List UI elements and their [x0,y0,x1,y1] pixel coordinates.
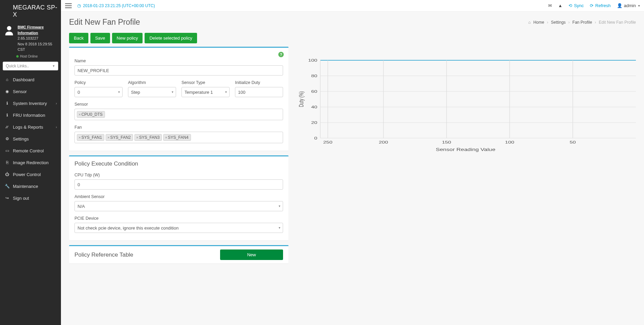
algorithm-label: Algorithm [128,80,176,85]
nav-item-sign-out[interactable]: ↪Sign out [0,192,61,204]
nav-item-power-control[interactable]: ⏻Power Control [0,169,61,180]
nav-label: Sign out [13,196,29,201]
mail-icon[interactable]: ✉ [548,3,552,8]
breadcrumb-settings[interactable]: Settings [551,20,565,25]
action-buttons: Back Save New policy Delete selected pol… [61,27,644,47]
user-avatar-icon [3,24,15,36]
nav-item-sensor[interactable]: ◉Sensor [0,86,61,98]
save-button[interactable]: Save [90,33,110,43]
help-icon[interactable]: ? [278,52,284,57]
reference-table-title: Policy Reference Table [74,252,133,258]
sensor-tags-input[interactable]: ×CPU0_DTS [74,109,283,120]
user-icon: 👤 [617,3,622,8]
sidebar: MEGARAC SP-X BMC Firmware Information 2.… [0,0,61,325]
execute-condition-panel: Policy Execute Condition CPU Tdp (W) Amb… [69,155,288,240]
breadcrumb-fan-profile[interactable]: Fan Profile [573,20,592,25]
svg-text:80: 80 [311,74,317,78]
policy-select[interactable]: 0 [74,87,123,97]
sync-icon: ⟲ [568,3,572,8]
ambient-sensor-label: Ambient Sensor [74,194,283,199]
fan-label: Fan [74,125,283,130]
init-duty-input[interactable] [235,87,283,97]
nav-icon: ▭ [5,148,9,153]
init-duty-label: Initialize Duty [235,80,283,85]
nav-item-remote-control[interactable]: ▭Remote Control [0,145,61,157]
page-title: Edit New Fan Profile [69,18,140,27]
svg-text:150: 150 [442,140,451,145]
nav-label: Image Redirection [13,160,49,165]
nav-icon: ⎘ [5,160,9,165]
home-icon: ⌂ [528,20,531,25]
fan-tag[interactable]: ×SYS_FAN2 [106,134,133,141]
nav-label: Sensor [13,89,27,94]
firmware-info-link[interactable]: BMC Firmware Information [18,24,58,36]
remove-tag-icon[interactable]: × [165,135,167,139]
delete-policy-button[interactable]: Delete selected policy [145,33,197,43]
chart-area: 0 20 40 60 80 100 250 200 150 100 50 Sen… [295,47,636,158]
timestamp: ◷ 2018-01-23 23:21:25 (UTC+00:00 UTC) [77,3,155,8]
chevron-right-icon: › [56,125,57,129]
remove-tag-icon[interactable]: × [136,135,138,139]
user-block: BMC Firmware Information 2.65.103227 Nov… [0,22,61,57]
sensor-type-select[interactable]: Temperature 1 [181,87,230,97]
ambient-sensor-select[interactable]: N/A [74,201,283,211]
fan-tag[interactable]: ×SYS_FAN4 [163,134,191,141]
nav-item-image-redirection[interactable]: ⎘Image Redirection [0,157,61,169]
remove-tag-icon[interactable]: × [79,135,81,139]
nav-icon: ⚙ [5,136,9,141]
chevron-right-icon: › [56,102,57,105]
new-button[interactable]: New [220,250,283,260]
sensor-type-label: Sensor Type [181,80,230,85]
svg-text:20: 20 [311,121,317,125]
nav-icon: ⫻ [5,125,9,129]
chevron-down-icon: ▼ [52,64,55,68]
svg-text:0: 0 [314,136,317,140]
duty-chart: 0 20 40 60 80 100 250 200 150 100 50 Sen… [295,57,636,158]
reference-table-panel: Policy Reference Table New [69,245,288,263]
nav-item-logs-&-reports[interactable]: ⫻Logs & Reports› [0,121,61,133]
remove-tag-icon[interactable]: × [79,112,81,116]
new-policy-button[interactable]: New policy [112,33,143,43]
sync-button[interactable]: ⟲Sync [568,3,584,8]
nav-label: Settings [13,136,29,142]
quicklinks-dropdown[interactable]: Quick Links.. ▼ [3,62,58,70]
execute-condition-title: Policy Execute Condition [69,156,288,171]
name-input[interactable] [74,65,283,75]
refresh-icon: ⟳ [590,3,594,8]
fan-tag[interactable]: ×SYS_FAN1 [77,134,104,141]
fan-tags-input[interactable]: ×SYS_FAN1×SYS_FAN2×SYS_FAN3×SYS_FAN4 [74,132,283,143]
nav-label: Dashboard [13,77,35,82]
cpu-tdp-input[interactable] [74,179,283,190]
name-label: Name [74,59,283,63]
nav-item-fru-information[interactable]: ℹFRU Information [0,109,61,121]
menu-toggle-icon[interactable] [65,3,72,8]
refresh-button[interactable]: ⟳Refresh [590,3,611,8]
algorithm-select[interactable]: Step [128,87,176,97]
nav-label: Power Control [13,172,41,177]
nav-item-system-inventory[interactable]: ℹSystem Inventory› [0,98,61,109]
user-dropdown[interactable]: 👤admin▾ [617,3,640,8]
cpu-tdp-label: CPU Tdp (W) [74,173,283,177]
alert-icon[interactable]: ▲ [558,3,562,8]
svg-point-0 [7,26,12,30]
topbar: ◷ 2018-01-23 23:21:25 (UTC+00:00 UTC) ✉ … [61,0,644,12]
status-dot-icon [16,55,19,58]
svg-text:40: 40 [311,105,317,109]
chevron-down-icon: ▾ [638,4,640,7]
breadcrumb-home[interactable]: Home [533,20,544,25]
nav-item-maintenance[interactable]: 🔧Maintenance [0,180,61,192]
nav-item-dashboard[interactable]: ⌂Dashboard [0,74,61,86]
firmware-build-date: Nov 8 2018 15:29:55 CST [18,42,52,52]
nav-label: FRU Information [13,113,45,118]
nav-item-settings[interactable]: ⚙Settings [0,133,61,145]
host-status: Host Online [0,55,61,58]
firmware-version: 2.65.103227 [18,36,38,40]
chart-ylabel: Duty (%) [298,91,304,107]
pcie-device-select[interactable]: Not check pcie device, ignore this execu… [74,223,283,233]
chart-xlabel: Sensor Reading Value [436,147,495,152]
profile-form-panel: ? Name Policy 0 Algorithm [69,47,288,151]
remove-tag-icon[interactable]: × [107,135,109,139]
sensor-tag[interactable]: ×CPU0_DTS [77,111,105,118]
fan-tag[interactable]: ×SYS_FAN3 [134,134,162,141]
back-button[interactable]: Back [69,33,88,43]
